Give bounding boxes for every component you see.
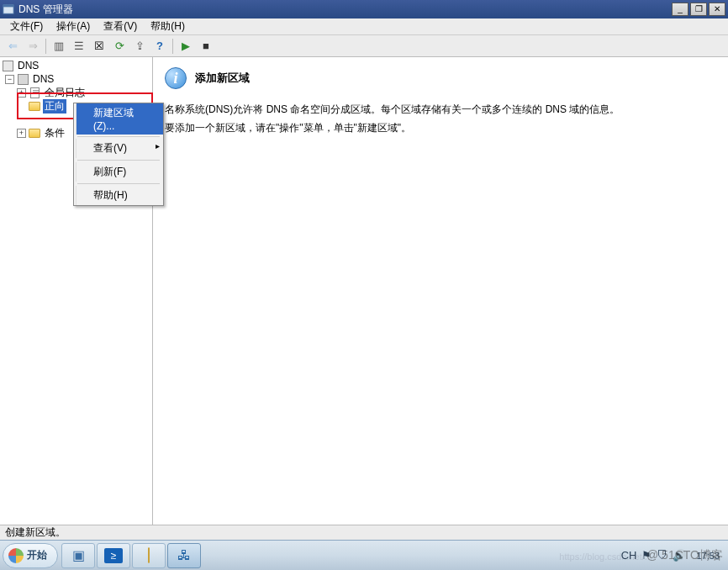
dns-root-icon	[2, 61, 13, 71]
tree-server[interactable]: − DNS	[2, 72, 152, 86]
server-icon	[17, 74, 29, 85]
delete-icon: ☒	[94, 40, 104, 52]
title-bar: DNS 管理器 _ ❐ ✕	[0, 0, 728, 18]
context-view[interactable]: 查看(V) ▸	[76, 139, 163, 158]
forward-button[interactable]: ⇒	[24, 37, 42, 55]
context-view-label: 查看(V)	[93, 142, 127, 154]
context-new-zone[interactable]: 新建区域(Z)...	[76, 103, 163, 135]
language-icon[interactable]: CH	[621, 549, 637, 562]
menu-file[interactable]: 文件(F)	[3, 18, 50, 35]
back-button[interactable]: ⇐	[3, 37, 22, 55]
help-button[interactable]: ?	[150, 37, 169, 55]
window-controls: _ ❐ ✕	[672, 3, 725, 16]
system-tray: CH ⚑ ⛉ 🔊 17:53	[618, 549, 728, 562]
content-header: i 添加新区域	[165, 67, 716, 89]
dns-manager-icon: 🖧	[177, 548, 191, 563]
close-button[interactable]: ✕	[709, 3, 725, 16]
context-separator	[77, 136, 160, 137]
refresh-icon: ⟳	[115, 40, 124, 52]
task-powershell[interactable]: ≥	[97, 543, 130, 568]
tree-root-label: DNS	[16, 60, 40, 71]
delete-button[interactable]: ☒	[90, 37, 108, 55]
status-bar: 创建新区域。	[0, 525, 728, 540]
app-icon	[3, 3, 14, 15]
status-text: 创建新区域。	[5, 525, 66, 540]
content-pane: i 添加新区域 名称系统(DNS)允许将 DNS 命名空间分成区域。每个区域存储…	[153, 57, 728, 525]
refresh-button[interactable]: ⟳	[110, 37, 129, 55]
content-title: 添加新区域	[195, 71, 250, 86]
context-help-label: 帮助(H)	[93, 189, 128, 201]
menu-action[interactable]: 操作(A)	[50, 18, 97, 35]
tree-global-log-label: 全局日志	[43, 86, 87, 100]
context-separator	[77, 160, 160, 161]
play-icon: ▶	[182, 40, 190, 52]
up-button[interactable]: ▥	[50, 37, 68, 55]
folder-icon	[29, 128, 40, 139]
folder-icon	[29, 101, 40, 112]
context-refresh[interactable]: 刷新(F)	[76, 162, 163, 182]
export-icon: ⇪	[135, 40, 145, 52]
menu-help[interactable]: 帮助(H)	[144, 18, 192, 35]
chevron-right-icon: ▸	[156, 141, 160, 150]
expander-icon[interactable]: +	[17, 129, 26, 138]
context-new-zone-label: 新建区域(Z)...	[93, 107, 134, 132]
menu-view[interactable]: 查看(V)	[97, 18, 144, 35]
arrow-left-icon: ⇐	[8, 40, 18, 52]
toolbar: ⇐ ⇒ ▥ ☰ ☒ ⟳ ⇪ ? ▶ ■	[0, 35, 728, 57]
tree-root[interactable]: DNS	[2, 59, 152, 72]
maximize-button[interactable]: ❐	[690, 3, 707, 16]
context-separator	[77, 183, 160, 184]
tree-global-log[interactable]: + 全局日志	[2, 86, 152, 99]
content-paragraph-1: 名称系统(DNS)允许将 DNS 命名空间分成区域。每个区域存储有关一个或多个连…	[165, 101, 716, 118]
expander-icon[interactable]: −	[5, 75, 14, 84]
start-label: 开始	[27, 548, 47, 562]
help-icon: ?	[156, 40, 163, 52]
tray-flag-icon[interactable]: ⚑	[641, 549, 652, 562]
tree-forward-zone-label: 正向	[43, 99, 66, 113]
log-icon	[29, 87, 40, 98]
task-server-manager[interactable]: ▣	[61, 543, 95, 568]
powershell-icon: ≥	[104, 548, 123, 563]
explorer-icon	[148, 548, 150, 563]
menu-bar: 文件(F) 操作(A) 查看(V) 帮助(H)	[0, 18, 728, 35]
start-button[interactable]: 开始	[3, 543, 58, 568]
clock[interactable]: 17:53	[691, 551, 725, 561]
properties-button[interactable]: ☰	[70, 37, 88, 55]
task-dns-manager[interactable]: 🖧	[167, 543, 201, 568]
context-menu: 新建区域(Z)... 查看(V) ▸ 刷新(F) 帮助(H)	[73, 103, 164, 206]
expander-icon[interactable]: +	[17, 88, 26, 98]
tree-conditional-label: 条件	[43, 126, 66, 140]
task-explorer[interactable]	[132, 543, 166, 568]
windows-logo-icon	[8, 548, 24, 563]
stop-button[interactable]: ■	[197, 37, 215, 55]
context-refresh-label: 刷新(F)	[93, 166, 126, 177]
context-help[interactable]: 帮助(H)	[76, 186, 163, 205]
content-body: 名称系统(DNS)允许将 DNS 命名空间分成区域。每个区域存储有关一个或多个连…	[165, 101, 716, 136]
content-paragraph-2: 要添加一个新区域，请在"操作"菜单，单击"新建区域"。	[165, 119, 716, 136]
tree-pane[interactable]: DNS − DNS + 全局日志 正向 反向 + 条件	[0, 57, 153, 525]
toolbar-separator	[45, 39, 46, 54]
info-icon: i	[165, 67, 187, 89]
server-manager-icon: ▣	[72, 547, 85, 563]
filter-button[interactable]: ▶	[177, 37, 195, 55]
list-icon: ☰	[74, 40, 84, 52]
taskbar: 开始 ▣ ≥ 🖧 CH ⚑ ⛉ 🔊 17:53	[0, 540, 728, 570]
tree-server-label: DNS	[31, 73, 55, 85]
minimize-button[interactable]: _	[672, 3, 688, 16]
stop-icon: ■	[203, 40, 209, 52]
export-button[interactable]: ⇪	[130, 37, 149, 55]
window-title: DNS 管理器	[18, 3, 672, 17]
body-split: DNS − DNS + 全局日志 正向 反向 + 条件	[0, 57, 728, 525]
svg-rect-1	[3, 5, 13, 8]
tray-sound-icon[interactable]: 🔊	[673, 549, 686, 562]
arrow-right-icon: ⇒	[29, 40, 38, 52]
grid-icon: ▥	[54, 40, 64, 52]
toolbar-separator-2	[172, 39, 173, 54]
tray-network-icon[interactable]: ⛉	[657, 549, 667, 562]
